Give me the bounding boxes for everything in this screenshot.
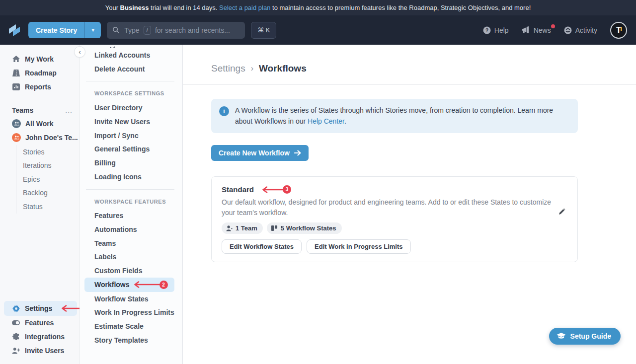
workflow-card-standard: Standard 3 Our default workflow, designe… (211, 176, 578, 262)
sidebar-item-features[interactable]: Features (0, 316, 80, 330)
sidebar-item-invite-users[interactable]: Invite Users (0, 344, 80, 358)
page-title: Workflows (259, 63, 307, 74)
workflow-states-icon (271, 225, 278, 231)
activity-button[interactable]: Activity (564, 26, 597, 34)
collapse-sidebar-button[interactable]: ‹ (74, 46, 85, 58)
sidebar-item-epics[interactable]: Epics (23, 172, 80, 186)
settings-nav-item-general-settings[interactable]: General Settings (80, 142, 182, 156)
annotation-number: 3 (283, 185, 291, 194)
settings-nav-item-billing[interactable]: Billing (80, 156, 182, 170)
news-button[interactable]: News (522, 26, 551, 34)
settings-nav-item-workflow-states[interactable]: Workflow States (80, 292, 182, 306)
slash-key-hint: / (144, 26, 151, 35)
create-new-workflow-button[interactable]: Create New Workflow (211, 145, 309, 161)
teams-menu-button[interactable]: ... (65, 106, 73, 114)
user-avatar[interactable]: T (610, 22, 627, 39)
breadcrumb: Settings › Workflows (211, 63, 636, 74)
banner-text: Your (105, 4, 120, 11)
info-icon: i (219, 106, 229, 116)
edit-workflow-states-button[interactable]: Edit Workflow States (222, 239, 302, 254)
create-new-workflow-label: Create New Workflow (219, 149, 290, 157)
settings-nav-item-labels[interactable]: Labels (80, 250, 182, 264)
sidebar-item-label: Integrations (25, 333, 65, 341)
divider (86, 189, 174, 190)
sidebar-item-label: Roadmap (25, 69, 57, 77)
settings-nav-item-features[interactable]: Features (80, 209, 182, 223)
breadcrumb-settings[interactable]: Settings (211, 63, 245, 74)
home-icon (12, 56, 20, 63)
cmd-k-shortcut-hint[interactable]: ⌘ K (251, 22, 276, 39)
help-icon: ? (483, 26, 491, 34)
invite-user-icon (12, 348, 20, 354)
settings-nav-item-invite-new-users[interactable]: Invite New Users (80, 115, 182, 129)
divider (86, 81, 174, 81)
team-label: John Doe's Te... (25, 134, 78, 142)
info-text-part: . (344, 117, 346, 125)
sidebar-team-all-work[interactable]: All Work (0, 117, 80, 131)
sidebar-spacer (0, 214, 80, 301)
settings-nav-item-import-sync[interactable]: Import / Sync (80, 129, 182, 143)
sidebar-item-roadmap[interactable]: Roadmap (0, 66, 80, 80)
workflow-description: Our default workflow, designed for produ… (222, 197, 556, 218)
red-arrow-icon (261, 186, 284, 193)
sidebar-item-reports[interactable]: Reports (0, 80, 80, 94)
settings-nav-item-loading-icons[interactable]: Loading Icons (80, 170, 182, 184)
sidebar-item-status[interactable]: Status (23, 200, 80, 214)
settings-nav-item-workflows[interactable]: Workflows 2 (84, 278, 174, 292)
help-button[interactable]: ? Help (483, 26, 509, 34)
settings-nav-item-user-directory[interactable]: User Directory (80, 101, 182, 115)
puzzle-icon (12, 333, 20, 341)
settings-nav-item-delete-account[interactable]: Delete Account (80, 62, 182, 76)
news-notification-dot (551, 24, 555, 28)
settings-nav-item-linked-accounts[interactable]: Linked Accounts (80, 48, 182, 62)
banner-plan-name: Business (120, 4, 149, 11)
search-input[interactable]: Type / for search and recents... (107, 22, 245, 39)
settings-nav-item-custom-fields[interactable]: Custom Fields (80, 264, 182, 278)
breadcrumb-separator: › (251, 64, 253, 73)
roadmap-icon (12, 70, 20, 76)
create-story-split-button: Create Story ▼ (28, 22, 101, 38)
sidebar-item-my-work[interactable]: My Work (0, 52, 80, 66)
sidebar-item-label: Reports (25, 83, 51, 91)
news-label: News (534, 26, 551, 34)
settings-nav-item-automations[interactable]: Automations (80, 222, 182, 236)
sidebar-item-integrations[interactable]: Integrations (0, 330, 80, 344)
sidebar-item-settings[interactable]: Settings 1 (4, 301, 77, 316)
annotation-3: 3 (261, 185, 291, 194)
annotation-number: 2 (159, 281, 168, 289)
avatar-accent-mark (621, 27, 622, 31)
graduation-cap-icon (556, 333, 566, 340)
settings-nav-item-teams[interactable]: Teams (80, 236, 182, 250)
team-label: All Work (25, 120, 54, 128)
workspace-features-header: WORKSPACE FEATURES (80, 195, 182, 208)
workflow-name: Standard (222, 185, 254, 194)
arrow-right-icon (294, 150, 301, 156)
team-avatar-icon (12, 119, 21, 128)
settings-nav: ‹ Linked Accounts Delete Account WORKSPA… (80, 45, 183, 364)
sidebar-item-label: Features (25, 319, 54, 327)
team-count-badge: 1 Team (222, 222, 263, 234)
teams-label: Teams (12, 106, 33, 114)
sidebar-item-backlog[interactable]: Backlog (23, 186, 80, 200)
create-story-button[interactable]: Create Story (28, 22, 84, 38)
sidebar-item-iterations[interactable]: Iterations (23, 159, 80, 173)
top-bar: Create Story ▼ Type / for search and rec… (0, 15, 636, 45)
sidebar-team-john-does-team[interactable]: John Doe's Te... (0, 131, 80, 145)
bar-chart-icon (12, 83, 20, 90)
settings-nav-item-story-templates[interactable]: Story Templates (80, 333, 182, 347)
settings-nav-item-label: Workflows (94, 281, 130, 289)
settings-nav-item-estimate-scale[interactable]: Estimate Scale (80, 319, 182, 333)
select-paid-plan-link[interactable]: Select a paid plan (219, 4, 270, 11)
team-subnav: Stories Iterations Epics Backlog Status (16, 145, 80, 214)
edit-workflow-button[interactable] (558, 208, 566, 216)
settings-nav-item-work-in-progress-limits[interactable]: Work In Progress Limits (80, 306, 182, 320)
topbar-right-group: ? Help News Activity T (483, 22, 627, 39)
sidebar-item-stories[interactable]: Stories (23, 145, 80, 159)
banner-text: to maintain access to premium features l… (270, 4, 531, 11)
help-center-link[interactable]: Help Center (308, 117, 344, 125)
shortcut-logo-icon[interactable] (7, 23, 22, 38)
edit-wip-limits-button[interactable]: Edit Work in Progress Limits (307, 239, 410, 254)
setup-guide-button[interactable]: Setup Guide (549, 328, 621, 345)
workspace-settings-header: WORKSPACE SETTINGS (80, 87, 182, 100)
create-story-caret[interactable]: ▼ (85, 22, 101, 38)
